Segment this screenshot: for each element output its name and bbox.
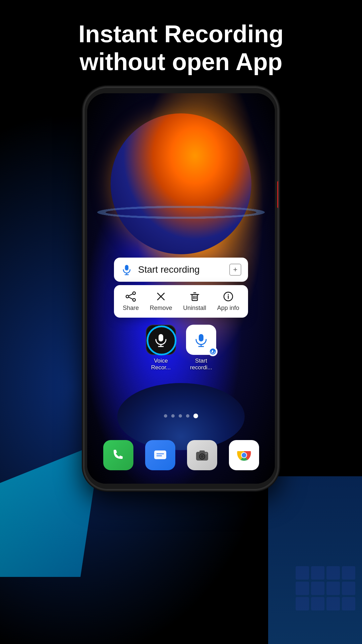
voice-recorder-icon <box>146 325 176 355</box>
svg-line-8 <box>129 297 133 299</box>
svg-rect-1 <box>125 265 128 270</box>
dock-messages[interactable] <box>145 440 175 470</box>
uninstall-action[interactable]: Uninstall <box>183 291 206 312</box>
remove-action[interactable]: Remove <box>150 291 172 312</box>
side-button <box>277 181 278 208</box>
plus-button[interactable]: + <box>229 264 241 276</box>
svg-rect-26 <box>199 334 203 341</box>
svg-line-7 <box>129 294 133 296</box>
mic-icon <box>121 264 133 276</box>
info-icon <box>223 291 234 302</box>
planet-ring <box>97 206 265 219</box>
svg-point-38 <box>205 452 207 454</box>
trash-icon <box>189 291 200 302</box>
uninstall-label: Uninstall <box>183 305 206 312</box>
start-recording-icon-wrap[interactable]: Start recordi... <box>186 325 216 371</box>
bottom-dock <box>97 440 265 470</box>
app-info-label: App info <box>217 305 239 312</box>
dock-phone[interactable] <box>103 440 133 470</box>
svg-point-19 <box>228 294 229 295</box>
voice-recorder-name: Voice Recor... <box>146 358 176 371</box>
svg-rect-31 <box>154 450 166 459</box>
svg-rect-35 <box>199 450 205 452</box>
dot-5-active <box>193 414 198 418</box>
remove-label: Remove <box>150 305 172 312</box>
page-dots <box>164 414 198 418</box>
dock-chrome[interactable] <box>229 440 259 470</box>
header: Instant Recording without open App <box>0 20 362 76</box>
share-icon <box>125 291 136 302</box>
share-action[interactable]: Share <box>123 291 139 312</box>
phone-frame: Start recording + Share <box>84 87 278 490</box>
start-recording-label: Start recording <box>138 264 224 275</box>
svg-point-24 <box>147 326 176 355</box>
dock-camera[interactable] <box>187 440 217 470</box>
svg-point-4 <box>126 295 129 298</box>
app-icons-row: Voice Recor... <box>146 325 216 371</box>
context-actions-menu: Share Remove Unins <box>114 285 248 318</box>
start-recording-shortcut-icon <box>186 325 216 355</box>
phone-screen: Start recording + Share <box>87 93 275 484</box>
dot-3 <box>179 414 182 418</box>
voice-recorder-icon-wrap[interactable]: Voice Recor... <box>146 325 176 371</box>
svg-point-5 <box>133 292 135 294</box>
start-recording-name: Start recordi... <box>186 358 216 371</box>
svg-point-42 <box>242 453 246 458</box>
remove-icon <box>156 291 166 302</box>
dot-2 <box>171 414 175 418</box>
dot-4 <box>186 414 189 418</box>
app-info-action[interactable]: App info <box>217 291 239 312</box>
share-label: Share <box>123 305 139 312</box>
svg-rect-30 <box>212 350 213 353</box>
svg-point-37 <box>200 455 204 458</box>
header-line2: without open App <box>79 48 282 75</box>
header-line1: Instant Recording <box>78 20 284 47</box>
svg-point-6 <box>133 299 135 301</box>
start-recording-menu[interactable]: Start recording + <box>114 258 248 282</box>
shortcut-badge <box>208 347 218 356</box>
decorative-squares <box>296 566 355 610</box>
planet-main <box>111 113 251 254</box>
background-blue-right <box>268 476 362 644</box>
dot-1 <box>164 414 167 418</box>
